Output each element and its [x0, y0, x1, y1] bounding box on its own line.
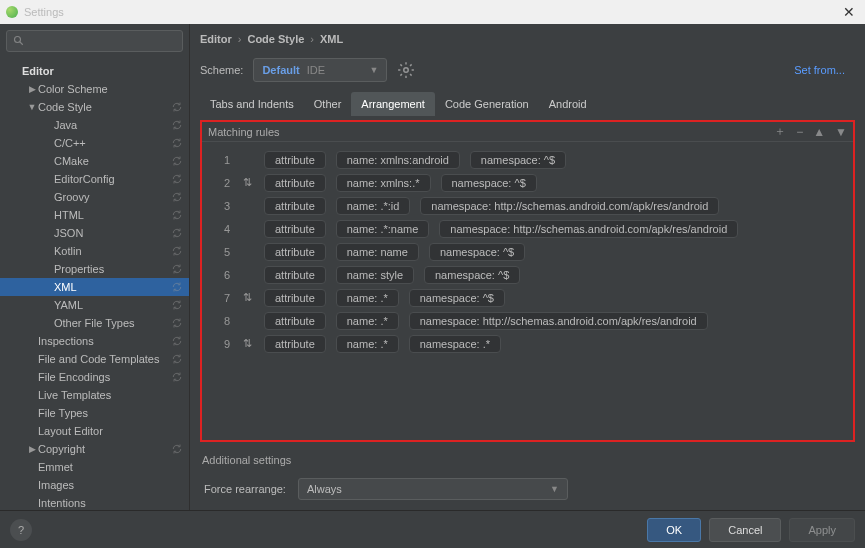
rule-row[interactable]: 8attributename: .*namespace: http://sche…	[216, 309, 847, 332]
ok-button[interactable]: OK	[647, 518, 701, 542]
gear-icon[interactable]	[397, 61, 415, 79]
sync-icon	[171, 371, 183, 383]
set-from-link[interactable]: Set from...	[794, 64, 855, 76]
rule-row[interactable]: 5attributename: namenamespace: ^$	[216, 240, 847, 263]
svg-line-1	[20, 42, 23, 45]
tree-item-live-templates[interactable]: Live Templates	[0, 386, 189, 404]
tree-item-file-and-code-templates[interactable]: File and Code Templates	[0, 350, 189, 368]
rule-row[interactable]: 6attributename: stylenamespace: ^$	[216, 263, 847, 286]
search-field[interactable]	[29, 35, 176, 47]
tab-android[interactable]: Android	[539, 92, 597, 116]
sync-icon	[171, 137, 183, 149]
tree-item-label: CMake	[54, 155, 167, 167]
matching-rules-panel: Matching rules ＋ − ▲ ▼ 1attributename: x…	[200, 120, 855, 442]
tab-arrangement[interactable]: Arrangement	[351, 92, 435, 116]
rule-index: 2	[216, 177, 230, 189]
move-up-icon[interactable]: ▲	[813, 125, 825, 139]
chevron-down-icon: ▼	[550, 484, 559, 494]
tree-item-inspections[interactable]: Inspections	[0, 332, 189, 350]
pill-namespace: namespace: http://schemas.android.com/ap…	[439, 220, 738, 238]
tree-item-label: Live Templates	[38, 389, 183, 401]
tree-item-other-file-types[interactable]: Other File Types	[0, 314, 189, 332]
sync-icon	[171, 245, 183, 257]
apply-button[interactable]: Apply	[789, 518, 855, 542]
tree-item-code-style[interactable]: ▼Code Style	[0, 98, 189, 116]
tree-item-label: XML	[54, 281, 167, 293]
scheme-label: Scheme:	[200, 64, 243, 76]
pill-attribute: attribute	[264, 243, 326, 261]
pill-name: name: name	[336, 243, 419, 261]
tree-item-copyright[interactable]: ▶Copyright	[0, 440, 189, 458]
tree-item-color-scheme[interactable]: ▶Color Scheme	[0, 80, 189, 98]
sync-icon	[171, 263, 183, 275]
tab-tabs-and-indents[interactable]: Tabs and Indents	[200, 92, 304, 116]
window-title-text: Settings	[24, 6, 64, 18]
titlebar: Settings ✕	[0, 0, 865, 24]
scheme-select[interactable]: Default IDE ▼	[253, 58, 387, 82]
tree-item-label: Other File Types	[54, 317, 167, 329]
tree-item-json[interactable]: JSON	[0, 224, 189, 242]
search-input[interactable]	[6, 30, 183, 52]
tree-item-html[interactable]: HTML	[0, 206, 189, 224]
pill-attribute: attribute	[264, 151, 326, 169]
tree-item-file-types[interactable]: File Types	[0, 404, 189, 422]
tree-item-file-encodings[interactable]: File Encodings	[0, 368, 189, 386]
main-panel: Editor › Code Style › XML Scheme: Defaul…	[190, 24, 865, 510]
sync-icon	[171, 353, 183, 365]
search-icon	[13, 35, 25, 47]
help-icon[interactable]: ?	[10, 519, 32, 541]
add-rule-icon[interactable]: ＋	[774, 123, 786, 140]
close-icon[interactable]: ✕	[839, 4, 859, 20]
scheme-name: Default	[262, 64, 299, 76]
tree-item-xml[interactable]: XML	[0, 278, 189, 296]
tab-other[interactable]: Other	[304, 92, 352, 116]
cancel-button[interactable]: Cancel	[709, 518, 781, 542]
tree-item-label: Inspections	[38, 335, 167, 347]
move-down-icon[interactable]: ▼	[835, 125, 847, 139]
sync-icon	[171, 119, 183, 131]
tree-item-label: HTML	[54, 209, 167, 221]
additional-settings-label: Additional settings	[190, 448, 865, 472]
remove-rule-icon[interactable]: −	[796, 125, 803, 139]
dialog-footer: ? OK Cancel Apply	[0, 510, 865, 548]
tree-item-groovy[interactable]: Groovy	[0, 188, 189, 206]
sync-icon	[171, 101, 183, 113]
tree-item-yaml[interactable]: YAML	[0, 296, 189, 314]
tree-item-kotlin[interactable]: Kotlin	[0, 242, 189, 260]
rule-index: 6	[216, 269, 230, 281]
force-rearrange-value: Always	[307, 483, 342, 495]
force-rearrange-select[interactable]: Always ▼	[298, 478, 568, 500]
app-icon	[6, 6, 18, 18]
tree-item-cmake[interactable]: CMake	[0, 152, 189, 170]
sync-icon	[171, 155, 183, 167]
pill-attribute: attribute	[264, 312, 326, 330]
rule-row[interactable]: 4attributename: .*:namenamespace: http:/…	[216, 217, 847, 240]
rule-row[interactable]: 3attributename: .*:idnamespace: http://s…	[216, 194, 847, 217]
tabs: Tabs and IndentsOtherArrangementCode Gen…	[190, 92, 865, 116]
tree-item-editorconfig[interactable]: EditorConfig	[0, 170, 189, 188]
pill-namespace: namespace: ^$	[441, 174, 537, 192]
rule-row[interactable]: 7⇅attributename: .*namespace: ^$	[216, 286, 847, 309]
tree-item-c-c-[interactable]: C/C++	[0, 134, 189, 152]
tree-item-images[interactable]: Images	[0, 476, 189, 494]
sync-icon	[171, 227, 183, 239]
tree-item-editor[interactable]: Editor	[0, 62, 189, 80]
rule-row[interactable]: 9⇅attributename: .*namespace: .*	[216, 332, 847, 355]
rule-row[interactable]: 1attributename: xmlns:androidnamespace: …	[216, 148, 847, 171]
tree-item-intentions[interactable]: Intentions	[0, 494, 189, 510]
tree-item-emmet[interactable]: Emmet	[0, 458, 189, 476]
tree-item-properties[interactable]: Properties	[0, 260, 189, 278]
tree-item-label: C/C++	[54, 137, 167, 149]
tree-item-label: Emmet	[38, 461, 183, 473]
sync-icon	[171, 191, 183, 203]
tree-item-layout-editor[interactable]: Layout Editor	[0, 422, 189, 440]
tree-item-label: JSON	[54, 227, 167, 239]
tab-code-generation[interactable]: Code Generation	[435, 92, 539, 116]
sync-icon	[171, 443, 183, 455]
rule-row[interactable]: 2⇅attributename: xmlns:.*namespace: ^$	[216, 171, 847, 194]
sort-icon: ⇅	[240, 337, 254, 350]
rule-index: 9	[216, 338, 230, 350]
tree-item-java[interactable]: Java	[0, 116, 189, 134]
arrow-icon: ▶	[26, 444, 38, 454]
tree-item-label: File and Code Templates	[38, 353, 167, 365]
